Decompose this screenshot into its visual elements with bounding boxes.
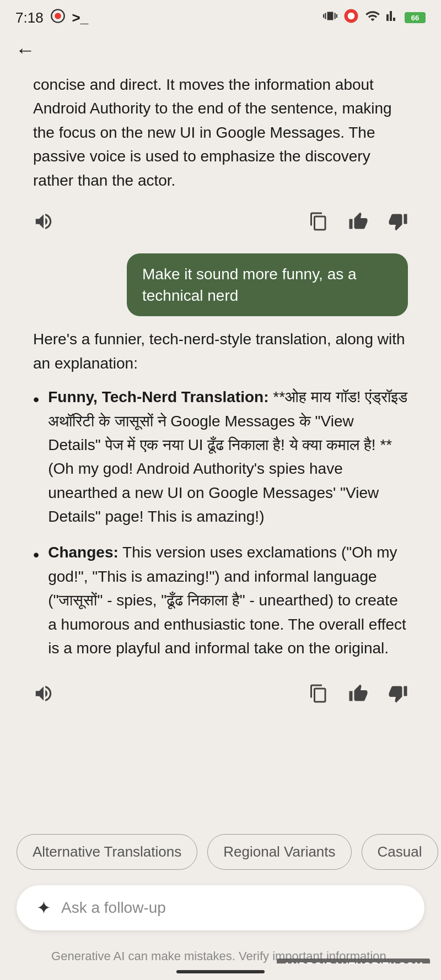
speaker-icon-bottom[interactable] bbox=[33, 683, 54, 709]
thumbs-down-icon-bottom[interactable] bbox=[388, 684, 408, 708]
svg-point-3 bbox=[348, 13, 355, 20]
back-button[interactable]: ← bbox=[15, 39, 35, 61]
followup-bar[interactable]: ✦ Ask a follow-up bbox=[17, 885, 424, 930]
battery-icon: 66 bbox=[405, 12, 426, 23]
bullet-label-1: Funny, Tech-Nerd Translation: bbox=[48, 388, 268, 405]
bullet-text-1: **ओह माय गॉड! एंड्रॉइड अथॉरिटी के जासूसो… bbox=[48, 388, 407, 525]
wifi-icon bbox=[365, 8, 380, 27]
screen-record-icon bbox=[50, 8, 66, 28]
bullet-item-1: • Funny, Tech-Nerd Translation: **ओह माय… bbox=[33, 385, 408, 528]
speaker-icon[interactable] bbox=[33, 211, 54, 237]
nav-indicator bbox=[176, 970, 265, 973]
intro-text: concise and direct. It moves the informa… bbox=[33, 73, 408, 192]
chip-regional-variants[interactable]: Regional Variants bbox=[207, 834, 351, 870]
status-left: 7:18 >_ bbox=[15, 8, 88, 28]
status-right: 66 bbox=[323, 8, 426, 28]
action-row-bottom bbox=[33, 672, 408, 725]
response-intro-text: Here's a funnier, tech-nerd-style transl… bbox=[33, 327, 408, 375]
followup-placeholder[interactable]: Ask a follow-up bbox=[61, 899, 405, 917]
svg-point-1 bbox=[55, 13, 61, 19]
bullet-label-2: Changes: bbox=[48, 544, 119, 561]
terminal-icon: >_ bbox=[72, 9, 89, 26]
chips-bar: Alternative Translations Regional Varian… bbox=[0, 834, 441, 870]
bullet-item-2: • Changes: This version uses exclamation… bbox=[33, 540, 408, 660]
action-row-top bbox=[33, 205, 408, 248]
bullet-list: • Funny, Tech-Nerd Translation: **ओह माय… bbox=[33, 385, 408, 660]
camera-icon bbox=[343, 8, 359, 28]
bullet-dot-2: • bbox=[33, 542, 39, 569]
sparkle-icon: ✦ bbox=[36, 897, 51, 918]
thumbs-down-icon[interactable] bbox=[388, 212, 408, 236]
thumbs-up-icon-bottom[interactable] bbox=[348, 684, 368, 708]
nav-bar bbox=[0, 963, 441, 980]
back-bar: ← bbox=[0, 33, 441, 67]
bullet-dot-1: • bbox=[33, 386, 39, 414]
user-message-bubble: Make it sound more funny, as a technical… bbox=[33, 253, 408, 316]
copy-icon-bottom[interactable] bbox=[309, 684, 329, 708]
action-icons-right bbox=[309, 212, 408, 236]
user-message-text: Make it sound more funny, as a technical… bbox=[127, 253, 408, 316]
chip-casual[interactable]: Casual bbox=[362, 834, 438, 870]
signal-icon bbox=[386, 8, 399, 27]
main-content: concise and direct. It moves the informa… bbox=[0, 67, 441, 797]
bullet-content-2: Changes: This version uses exclamations … bbox=[48, 540, 408, 660]
action-icons-right-bottom bbox=[309, 684, 408, 708]
chip-alternative-translations[interactable]: Alternative Translations bbox=[17, 834, 197, 870]
time-display: 7:18 bbox=[15, 9, 44, 26]
copy-icon[interactable] bbox=[309, 212, 329, 236]
thumbs-up-icon[interactable] bbox=[348, 212, 368, 236]
status-bar: 7:18 >_ bbox=[0, 0, 441, 33]
vibrate-icon bbox=[323, 9, 337, 26]
bullet-content-1: Funny, Tech-Nerd Translation: **ओह माय ग… bbox=[48, 385, 408, 528]
